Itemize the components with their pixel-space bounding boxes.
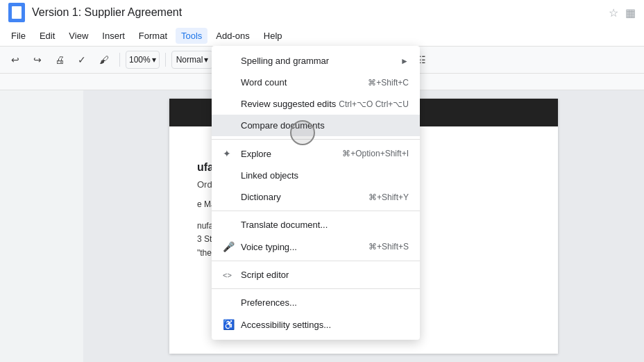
review-label: Review suggested edits bbox=[241, 99, 336, 109]
menu-item-dictionary[interactable]: Dictionary ⌘+Shift+Y bbox=[212, 186, 420, 208]
menu-item-explore[interactable]: ✦ Explore ⌘+Option+Shift+I bbox=[212, 142, 420, 165]
menu-item-review[interactable]: Review suggested edits Ctrl+⌥O Ctrl+⌥U bbox=[212, 93, 420, 115]
menu-item-scripteditor[interactable]: <> Script editor bbox=[212, 264, 420, 286]
wordcount-shortcut: ⌘+Shift+C bbox=[368, 78, 409, 88]
separator-1 bbox=[212, 139, 420, 140]
menu-item-preferences[interactable]: Preferences... bbox=[212, 292, 420, 313]
scripteditor-icon: <> bbox=[223, 271, 235, 279]
review-shortcut: Ctrl+⌥O Ctrl+⌥U bbox=[339, 99, 409, 109]
translate-label: Translate document... bbox=[241, 220, 328, 230]
dictionary-label: Dictionary bbox=[241, 192, 281, 202]
accessibility-icon: ♿ bbox=[223, 319, 235, 330]
voicetyping-shortcut: ⌘+Shift+S bbox=[368, 242, 409, 252]
preferences-label: Preferences... bbox=[241, 297, 297, 308]
menu-item-accessibility[interactable]: ♿ Accessibility settings... bbox=[212, 313, 420, 336]
tools-dropdown-menu: Spelling and grammar ► Word count ⌘+Shif… bbox=[212, 46, 420, 340]
spelling-label: Spelling and grammar bbox=[241, 56, 329, 66]
explore-icon: ✦ bbox=[223, 148, 235, 159]
explore-label: Explore bbox=[241, 149, 271, 159]
dictionary-shortcut: ⌘+Shift+Y bbox=[368, 192, 409, 202]
explore-shortcut: ⌘+Option+Shift+I bbox=[342, 149, 409, 158]
menu-item-translate[interactable]: Translate document... bbox=[212, 214, 420, 236]
separator-4 bbox=[212, 288, 420, 289]
menu-item-spelling[interactable]: Spelling and grammar ► bbox=[212, 50, 420, 72]
dropdown-overlay[interactable]: Spelling and grammar ► Word count ⌘+Shif… bbox=[0, 0, 644, 362]
compare-label: Compare documents bbox=[241, 120, 325, 131]
menu-item-voicetyping[interactable]: 🎤 Voice typing... ⌘+Shift+S bbox=[212, 236, 420, 258]
spelling-arrow-icon: ► bbox=[400, 56, 409, 66]
voicetyping-icon: 🎤 bbox=[223, 241, 235, 252]
linkedobj-label: Linked objects bbox=[241, 170, 298, 181]
accessibility-label: Accessibility settings... bbox=[241, 320, 331, 330]
menu-item-compare[interactable]: Compare documents bbox=[212, 115, 420, 136]
voicetyping-label: Voice typing... bbox=[241, 242, 297, 252]
separator-2 bbox=[212, 211, 420, 211]
separator-3 bbox=[212, 261, 420, 261]
menu-item-linkedobj[interactable]: Linked objects bbox=[212, 165, 420, 186]
menu-item-wordcount[interactable]: Word count ⌘+Shift+C bbox=[212, 72, 420, 93]
wordcount-label: Word count bbox=[241, 77, 287, 88]
scripteditor-label: Script editor bbox=[241, 270, 289, 280]
